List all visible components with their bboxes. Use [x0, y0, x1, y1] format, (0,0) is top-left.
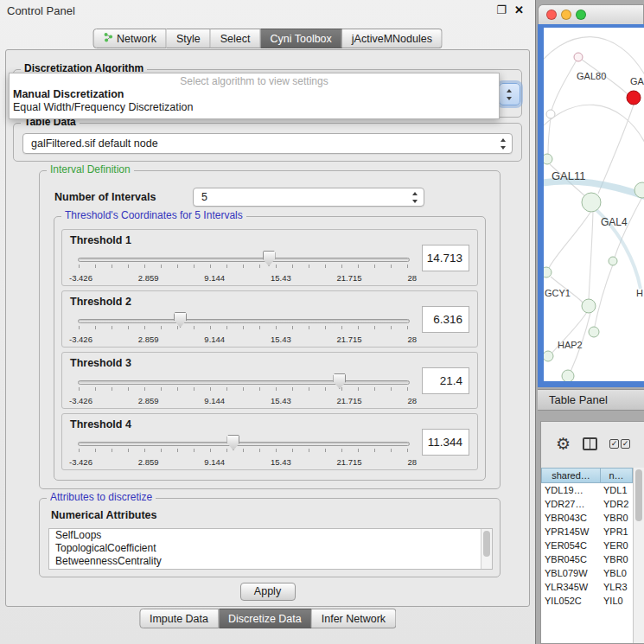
slider-track[interactable]	[78, 380, 410, 385]
cell[interactable]: YLR3	[600, 580, 633, 594]
threshold-slider[interactable]: -3.4262.8599.14415.4321.71528	[78, 251, 410, 283]
cell[interactable]: YER0	[600, 539, 633, 552]
table-row[interactable]: YER054CYER0	[541, 539, 633, 552]
highlighted-node	[627, 91, 641, 105]
network-nodes[interactable]	[544, 53, 644, 381]
slider-ticks	[79, 326, 409, 329]
tick-label: 15.43	[271, 457, 291, 467]
table-row[interactable]: YLR345WYLR3	[541, 580, 633, 594]
cell[interactable]: YBL079W	[541, 566, 600, 580]
network-canvas[interactable]: GAL80 GA GAL11 GAL4 GCY1 H HAP2	[544, 28, 644, 381]
dropdown-hint-option[interactable]: Select algorithm to view settings	[10, 75, 499, 88]
network-window-titlebar	[538, 4, 644, 24]
tab-cyni-toolbox[interactable]: Cyni Toolbox	[260, 29, 341, 48]
tab-discretize-data[interactable]: Discretize Data	[219, 609, 312, 628]
mac-zoom-button[interactable]	[576, 10, 586, 20]
table-data-combobox[interactable]: galFiltered.sif default node	[22, 133, 513, 154]
mac-close-button[interactable]	[546, 10, 557, 20]
table-row[interactable]: YDR27…YDR2	[541, 497, 633, 511]
checkbox-icon[interactable]: ✓	[621, 439, 630, 449]
control-panel-window: Control Panel ❐ ✕ Network Style Select C…	[0, 0, 536, 644]
network-view-window: GAL80 GA GAL11 GAL4 GCY1 H HAP2	[538, 4, 644, 387]
tick-label: 9.144	[204, 335, 225, 344]
combobox-spinner-icon[interactable]	[506, 87, 513, 102]
table-row[interactable]: YIL052CYIL0	[541, 594, 633, 608]
tab-infer-network[interactable]: Infer Network	[312, 609, 396, 628]
threshold-slider[interactable]: -3.4262.8599.14415.4321.71528	[78, 435, 410, 467]
cell[interactable]: YDL1	[600, 483, 633, 497]
cell[interactable]: YLR345W	[541, 580, 600, 594]
cell[interactable]: YPR145W	[541, 525, 600, 539]
column-header-shared-name[interactable]: shared…	[541, 468, 600, 483]
tab-jactivemodules[interactable]: jActiveMNodules	[342, 29, 443, 48]
tick-label: 21.715	[337, 457, 362, 467]
list-item[interactable]: TopologicalCoefficient	[49, 542, 492, 555]
table-row[interactable]: YDL19…YDL1	[541, 483, 633, 497]
table-row[interactable]: YBL079WYBL0	[541, 566, 633, 580]
cell[interactable]: YBR0	[600, 511, 633, 525]
table-row[interactable]: YPR145WYPR1	[541, 525, 633, 539]
close-icon[interactable]: ✕	[514, 3, 524, 16]
cell[interactable]: YER054C	[541, 539, 600, 552]
threshold-value-field[interactable]: 21.4	[422, 367, 469, 394]
settings-gear-icon[interactable]: ⚙	[556, 436, 571, 452]
threshold-slider[interactable]: -3.4262.8599.14415.4321.71528	[78, 312, 410, 344]
apply-button[interactable]: Apply	[240, 583, 296, 601]
tab-style[interactable]: Style	[167, 29, 211, 48]
network-graph[interactable]: GAL80 GA GAL11 GAL4 GCY1 H HAP2	[544, 28, 644, 381]
list-item[interactable]: SelfLoops	[49, 529, 492, 542]
tab-label: Style	[176, 33, 201, 45]
node	[546, 110, 555, 118]
table-row[interactable]: YBR045CYBR0	[541, 552, 633, 566]
tick-label: -3.426	[69, 396, 92, 405]
threshold-value-field[interactable]: 11.344	[422, 429, 469, 456]
dropdown-option-equal-width[interactable]: Equal Width/Frequency Discretization	[10, 101, 499, 114]
table-scrollbar[interactable]	[633, 468, 644, 643]
combobox-spinner-icon[interactable]	[411, 190, 419, 205]
cell[interactable]: YBL0	[600, 566, 633, 580]
cell[interactable]: YIL0	[600, 594, 633, 608]
column-header-name[interactable]: n…	[600, 468, 633, 483]
combobox-value: 5	[201, 191, 207, 203]
mac-minimize-button[interactable]	[561, 10, 571, 20]
tick-label: 28	[407, 457, 417, 467]
slider-track[interactable]	[78, 319, 410, 323]
tab-impute-data[interactable]: Impute Data	[139, 609, 219, 628]
dropdown-option-manual[interactable]: Manual Discretization	[10, 88, 499, 101]
threshold-value-field[interactable]: 6.316	[422, 306, 469, 333]
tab-select[interactable]: Select	[211, 29, 261, 48]
cell[interactable]: YIL052C	[541, 594, 600, 608]
node-label: HAP2	[558, 340, 583, 350]
slider-track[interactable]	[78, 258, 410, 262]
threshold-slider[interactable]: -3.4262.8599.14415.4321.71528	[78, 373, 410, 405]
cell[interactable]: YBR045C	[541, 552, 600, 566]
node-label: H	[636, 288, 643, 298]
tab-label: Network	[117, 33, 156, 45]
threshold-panel-4: Threshold 4 -3.4262.8599.14415.4321.7152…	[61, 413, 478, 470]
float-window-icon[interactable]: ❐	[496, 3, 507, 16]
scrollbar-thumb[interactable]	[483, 531, 490, 557]
algorithm-combobox-edge[interactable]	[499, 83, 520, 105]
cell[interactable]: YPR1	[600, 525, 633, 539]
tick-label: 9.144	[204, 457, 225, 467]
num-intervals-combobox[interactable]: 5	[193, 188, 424, 207]
cell[interactable]: YDR27…	[541, 497, 600, 511]
tab-network[interactable]: Network	[92, 29, 167, 48]
cell[interactable]: YBR043C	[541, 511, 600, 525]
cell[interactable]: YDL19…	[541, 483, 600, 497]
node	[544, 351, 553, 361]
column-selector-icon[interactable]	[583, 437, 597, 450]
cell[interactable]: YBR0	[600, 552, 633, 566]
list-scrollbar[interactable]	[481, 529, 492, 569]
combobox-spinner-icon[interactable]	[500, 137, 507, 151]
threshold-panel-1: Threshold 1 -3.4262.8599.14415.4321.7152…	[61, 229, 478, 286]
list-item[interactable]: BetweennessCentrality	[49, 555, 492, 568]
cell[interactable]: YDR2	[600, 497, 633, 511]
table-row[interactable]: YBR043CYBR0	[541, 511, 633, 525]
checkbox-icon[interactable]: ✓	[609, 439, 619, 449]
scrollbar-thumb[interactable]	[635, 469, 642, 521]
slider-track[interactable]	[78, 442, 410, 446]
slider-ticks	[79, 265, 409, 268]
threshold-value-field[interactable]: 14.713	[422, 245, 469, 271]
table-panel-header[interactable]: Table Panel	[538, 389, 644, 411]
